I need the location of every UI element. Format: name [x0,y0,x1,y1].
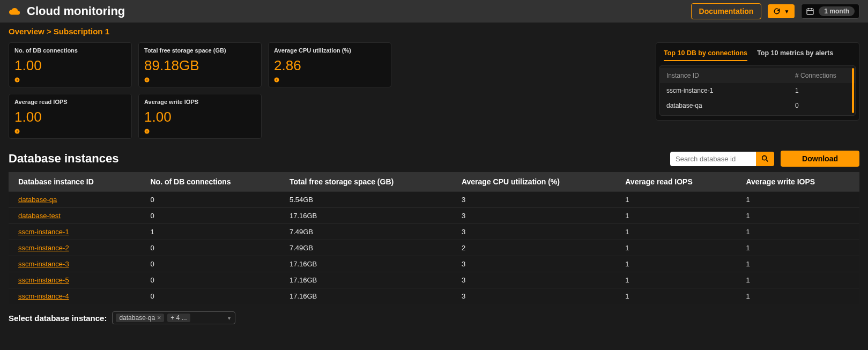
download-button[interactable]: Download [781,151,859,167]
cell-storage: 7.49GB [280,240,452,256]
time-range-label: 1 month [819,6,855,16]
cell-write-iops: 1 [736,192,859,208]
metric-label: Average CPU utilization (%) [274,47,385,54]
metric-value: 1.00 [14,58,126,72]
instances-section-title: Database instances [9,152,118,166]
breadcrumb-current[interactable]: Subscription 1 [54,27,109,36]
cell-instance-id: sscm-instance-1 [666,87,795,94]
metric-card[interactable]: Average read IOPS1.00i [9,94,132,139]
metric-value: 1.00 [144,110,256,124]
table-row: database-qa05.54GB311 [9,192,859,208]
column-header[interactable]: No. of DB connections [141,172,280,192]
cell-cpu: 3 [452,192,615,208]
refresh-button[interactable]: ▼ [768,4,795,18]
topbar: Cloud monitoring Documentation ▼ 1 month [0,0,868,23]
cell-storage: 17.16GB [280,208,452,224]
cell-write-iops: 1 [736,256,859,272]
cell-read-iops: 1 [615,272,736,288]
info-icon: i [144,129,150,134]
cell-storage: 7.49GB [280,224,452,240]
cell-connections: 1 [141,224,280,240]
cell-cpu: 3 [452,256,615,272]
col-connections: # Connections [795,72,849,79]
cell-read-iops: 1 [615,240,736,256]
top-db-row[interactable]: sscm-instance-11 [660,83,855,98]
database-instance-multiselect[interactable]: database-qa × + 4 ... ▾ [112,311,235,324]
cell-connections: 1 [795,87,849,94]
cell-cpu: 3 [452,224,615,240]
table-row: sscm-instance-207.49GB211 [9,240,859,256]
breadcrumb-overview[interactable]: Overview [9,27,44,36]
cell-connections: 0 [141,240,280,256]
cell-read-iops: 1 [615,288,736,304]
cell-write-iops: 1 [736,288,859,304]
svg-point-11 [762,156,767,160]
metric-value: 2.86 [274,58,385,72]
cell-instance-id[interactable]: database-test [9,208,141,224]
table-row: sscm-instance-3017.16GB311 [9,256,859,272]
cell-instance-id[interactable]: sscm-instance-2 [9,240,141,256]
cell-write-iops: 1 [736,272,859,288]
app-title: Cloud monitoring [27,4,125,18]
metric-card[interactable]: Average CPU utilization (%)2.86i [268,42,391,87]
column-header[interactable]: Total free storage space (GB) [280,172,452,192]
cell-instance-id[interactable]: sscm-instance-5 [9,272,141,288]
cell-storage: 17.16GB [280,288,452,304]
top-db-row[interactable]: database-qa0 [660,98,855,113]
cell-storage: 17.16GB [280,256,452,272]
metric-card[interactable]: No. of DB connections1.00i [9,42,132,87]
cell-storage: 5.54GB [280,192,452,208]
column-header[interactable]: Average read IOPS [615,172,736,192]
info-icon: i [14,129,20,134]
cell-cpu: 3 [452,208,615,224]
cell-instance-id[interactable]: database-qa [9,192,141,208]
info-icon: i [144,77,150,83]
metric-label: No. of DB connections [14,47,126,54]
side-tab[interactable]: Top 10 metrics by alerts [757,49,833,61]
chip-remove-icon[interactable]: × [157,314,161,322]
cell-instance-id: database-qa [666,102,795,109]
cell-write-iops: 1 [736,240,859,256]
search-input[interactable] [670,152,756,166]
metric-value: 1.00 [14,110,126,124]
cell-connections: 0 [141,192,280,208]
breadcrumb: Overview > Subscription 1 [0,23,868,38]
metric-label: Average write IOPS [144,99,256,105]
cell-connections: 0 [141,256,280,272]
cell-read-iops: 1 [615,208,736,224]
top-db-table: Instance ID # Connections sscm-instance-… [659,65,856,116]
metric-card[interactable]: Total free storage space (GB)89.18GBi [138,42,262,87]
metric-label: Total free storage space (GB) [144,47,256,54]
column-header[interactable]: Average write IOPS [736,172,859,192]
metric-value: 89.18GB [144,58,256,72]
cell-write-iops: 1 [736,224,859,240]
column-header[interactable]: Average CPU utilization (%) [452,172,615,192]
chip-label: database-qa [119,314,155,322]
cell-instance-id[interactable]: sscm-instance-3 [9,256,141,272]
more-chip: + 4 ... [167,314,190,322]
cell-instance-id[interactable]: sscm-instance-4 [9,288,141,304]
side-panel-scrollbar[interactable] [852,68,854,113]
info-icon: i [14,77,20,83]
caret-down-icon: ▼ [784,9,789,14]
cell-read-iops: 1 [615,224,736,240]
cell-read-iops: 1 [615,192,736,208]
cell-write-iops: 1 [736,208,859,224]
column-header[interactable]: Database instance ID [9,172,141,192]
info-icon: i [274,77,279,83]
side-tab[interactable]: Top 10 DB by connections [664,49,747,61]
col-instance-id: Instance ID [666,72,795,79]
table-row: database-test017.16GB311 [9,208,859,224]
cell-connections: 0 [141,208,280,224]
search-wrap [670,152,774,166]
search-button[interactable] [756,152,774,166]
cloud-icon [9,5,20,17]
cell-read-iops: 1 [615,256,736,272]
documentation-button[interactable]: Documentation [691,3,762,19]
time-range-picker[interactable]: 1 month [801,4,859,19]
metric-card[interactable]: Average write IOPS1.00i [138,94,262,139]
table-row: sscm-instance-5017.16GB311 [9,272,859,288]
cell-connections: 0 [141,288,280,304]
cell-cpu: 3 [452,272,615,288]
cell-instance-id[interactable]: sscm-instance-1 [9,224,141,240]
